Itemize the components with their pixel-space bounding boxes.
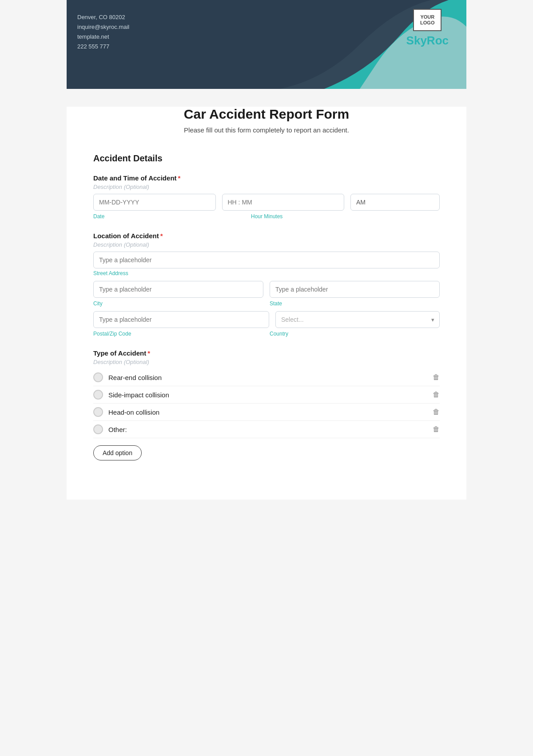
contact-phone: 222 555 777 bbox=[77, 42, 129, 52]
radio-option-head-on: Head-on collision 🗑 bbox=[93, 404, 440, 421]
date-time-description: Description (Optional) bbox=[93, 184, 440, 190]
date-time-group: Date and Time of Accident* Description (… bbox=[93, 174, 440, 220]
contact-email: inquire@skyroc.mail bbox=[77, 22, 129, 32]
zip-input[interactable] bbox=[93, 311, 269, 328]
state-hint: State bbox=[270, 300, 440, 307]
logo-area: YOURLOGO SkyRoc bbox=[406, 9, 449, 48]
form-title: Car Accident Report Form bbox=[93, 107, 440, 122]
delete-icon-side-impact[interactable]: 🗑 bbox=[433, 391, 440, 399]
form-subtitle: Please fill out this form completely to … bbox=[93, 126, 440, 134]
radio-label-other: Other: bbox=[108, 426, 127, 433]
zip-country-row: Select... United States Canada Mexico Ot… bbox=[93, 311, 440, 328]
radio-label-side-impact: Side-impact collision bbox=[108, 391, 169, 399]
radio-circle-side-impact[interactable] bbox=[93, 390, 103, 400]
delete-icon-head-on[interactable]: 🗑 bbox=[433, 408, 440, 416]
date-hint: Date bbox=[93, 213, 245, 220]
radio-option-other: Other: 🗑 bbox=[93, 421, 440, 438]
radio-circle-head-on[interactable] bbox=[93, 407, 103, 417]
radio-label-rear-end: Rear-end collision bbox=[108, 374, 162, 381]
date-input[interactable] bbox=[93, 194, 216, 211]
page-header: Denver, CO 80202 inquire@skyroc.mail tem… bbox=[67, 0, 466, 89]
accident-type-group: Type of Accident* Description (Optional)… bbox=[93, 349, 440, 460]
delete-icon-rear-end[interactable]: 🗑 bbox=[433, 373, 440, 381]
contact-website: template.net bbox=[77, 32, 129, 42]
city-hint: City bbox=[93, 300, 263, 307]
time-hint: Hour Minutes bbox=[251, 213, 402, 220]
brand-name: SkyRoc bbox=[406, 34, 449, 48]
logo-placeholder: YOURLOGO bbox=[413, 9, 442, 31]
radio-circle-rear-end[interactable] bbox=[93, 372, 103, 382]
radio-option-rear-end: Rear-end collision 🗑 bbox=[93, 369, 440, 386]
section-accident-details: Accident Details bbox=[93, 150, 440, 164]
city-state-row bbox=[93, 281, 440, 298]
country-select[interactable]: Select... United States Canada Mexico Ot… bbox=[275, 311, 440, 328]
location-description: Description (Optional) bbox=[93, 241, 440, 248]
country-select-wrapper: Select... United States Canada Mexico Ot… bbox=[275, 311, 440, 328]
accident-type-label: Type of Accident* bbox=[93, 349, 440, 357]
city-input[interactable] bbox=[93, 281, 263, 298]
required-star-loc: * bbox=[160, 232, 163, 240]
zip-hint: Postal/Zip Code bbox=[93, 331, 263, 337]
country-hint: Country bbox=[270, 331, 440, 337]
required-star-type: * bbox=[147, 349, 150, 357]
am-hint bbox=[409, 213, 440, 220]
street-hint: Street Address bbox=[93, 270, 440, 276]
date-time-label: Date and Time of Accident* bbox=[93, 174, 440, 182]
city-state-hints: City State bbox=[93, 300, 440, 307]
time-input[interactable] bbox=[222, 194, 345, 211]
contact-city: Denver, CO 80202 bbox=[77, 12, 129, 22]
add-option-button[interactable]: Add option bbox=[93, 445, 142, 460]
date-time-hints: Date Hour Minutes bbox=[93, 213, 440, 220]
accident-type-description: Description (Optional) bbox=[93, 359, 440, 365]
radio-option-side-impact: Side-impact collision 🗑 bbox=[93, 386, 440, 404]
contact-info: Denver, CO 80202 inquire@skyroc.mail tem… bbox=[77, 12, 129, 52]
radio-label-head-on: Head-on collision bbox=[108, 408, 159, 416]
radio-circle-other[interactable] bbox=[93, 424, 103, 434]
zip-country-hints: Postal/Zip Code Country bbox=[93, 331, 440, 337]
main-content: Car Accident Report Form Please fill out… bbox=[67, 107, 466, 500]
am-input[interactable] bbox=[350, 194, 440, 211]
state-input[interactable] bbox=[270, 281, 440, 298]
street-input[interactable] bbox=[93, 252, 440, 268]
date-time-inputs bbox=[93, 194, 440, 211]
location-label: Location of Accident* bbox=[93, 232, 440, 240]
delete-icon-other[interactable]: 🗑 bbox=[433, 425, 440, 433]
required-star: * bbox=[178, 174, 181, 182]
location-group: Location of Accident* Description (Optio… bbox=[93, 232, 440, 337]
